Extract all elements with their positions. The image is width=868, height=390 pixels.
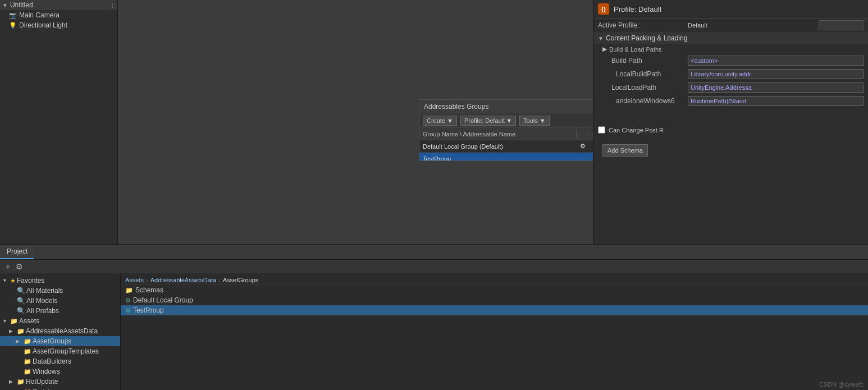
hierarchy-untitled-label: Untitled (10, 1, 33, 9)
project-tab[interactable]: Project (0, 245, 34, 259)
asset-groups-arrow: ▶ (16, 338, 22, 344)
addressables-toolbar: Create ▼ Profile: Default ▼ Tools ▼ Play… (419, 113, 593, 128)
tree-favorites[interactable]: ▼ ★ Favorites (0, 276, 120, 286)
build-path-field: Build Path <custom> (593, 54, 868, 67)
tree-all-prefabs[interactable]: 🔍 All Prefabs (0, 306, 120, 316)
center-area: Addressables Groups ⋮ ⧉ ✕ Create ▼ Profi… (118, 0, 593, 244)
standalone-field: andeloneWindows6 RuntimePath)/Stand (593, 94, 868, 108)
tree-all-materials[interactable]: 🔍 All Materials (0, 286, 120, 296)
col-path: Path (589, 130, 593, 139)
tree-script[interactable]: 📁 Script (0, 387, 120, 390)
script-folder-icon: 📁 (24, 388, 31, 391)
project-toolbar: + ⚙ (0, 260, 868, 273)
project-content: ▼ ★ Favorites 🔍 All Materials 🔍 All Mode… (0, 273, 868, 390)
create-button[interactable]: Create ▼ (423, 116, 457, 126)
tree-asset-group-templates[interactable]: 📁 AssetGroupTemplates (0, 346, 120, 356)
inspector-icon: {} (598, 3, 609, 15)
project-panel: Project + ⚙ ▼ ★ Favorites 🔍 All Materia (0, 245, 868, 390)
active-profile-field: Active Profile: Default (593, 19, 868, 32)
section-arrow-icon: ▼ (598, 35, 604, 42)
favorites-star-icon: ★ (10, 277, 16, 285)
assets-label: Assets (19, 317, 39, 325)
default-local-group-label: Default Local Group (133, 296, 193, 304)
templates-label: AssetGroupTemplates (33, 347, 99, 355)
build-load-paths-label: Build & Load Paths (609, 46, 662, 53)
watermark: CSDN @sywefc (819, 381, 864, 388)
addressable-label: AddressableAssetsData (26, 327, 98, 335)
bottom-area: Project + ⚙ ▼ ★ Favorites 🔍 All Materia (0, 244, 868, 390)
project-settings-button[interactable]: ⚙ (15, 262, 24, 271)
tree-hotupdate[interactable]: ▶ 📁 HotUpdate (0, 377, 120, 387)
addressable-folder-icon: 📁 (17, 328, 25, 335)
local-load-path-field: LocalLoadPath UnityEngine.Addressa (593, 81, 868, 94)
breadcrumb-sep1: › (146, 277, 148, 283)
tree-data-builders[interactable]: 📁 DataBuilders (0, 356, 120, 366)
file-schemas[interactable]: 📁 Schemas (121, 285, 868, 295)
testrroup-asset-icon: ⚙ (125, 307, 131, 314)
search-icon-prefabs: 🔍 (17, 307, 25, 315)
tree-all-models[interactable]: 🔍 All Models (0, 296, 120, 306)
row-test-path (589, 158, 593, 160)
can-change-post-checkbox[interactable] (598, 126, 605, 134)
add-asset-button[interactable]: + (4, 262, 11, 271)
build-path-custom-value[interactable]: <custom> (688, 56, 864, 66)
hierarchy-menu-icon[interactable]: ⋮ (109, 2, 115, 8)
tools-button[interactable]: Tools ▼ (519, 116, 550, 126)
all-materials-label: All Materials (26, 287, 63, 295)
standalone-value[interactable]: RuntimePath)/Stand (688, 96, 864, 106)
inspector-content: Active Profile: Default ▼ Content Packin… (593, 19, 868, 244)
addressables-table: Group Name \ Addressable Name Path Label… (419, 128, 593, 160)
light-icon: 💡 (9, 22, 17, 29)
all-models-label: All Models (26, 297, 57, 305)
local-load-path-value[interactable]: UnityEngine.Addressa (688, 82, 864, 93)
schemas-folder-icon: 📁 (125, 287, 133, 294)
content-packing-label: Content Packing & Loading (606, 34, 687, 42)
tree-assets[interactable]: ▼ 📁 Assets (0, 316, 120, 326)
local-build-path-label: LocalBuildPath (598, 70, 688, 78)
project-tree: ▼ ★ Favorites 🔍 All Materials 🔍 All Mode… (0, 273, 121, 390)
table-row-testrroup[interactable]: TestRroup (419, 153, 593, 160)
file-testrroup[interactable]: ⚙ TestRroup (121, 305, 868, 315)
tree-windows[interactable]: 📁 Windows (0, 366, 120, 377)
col-group-name: Group Name \ Addressable Name (419, 130, 577, 139)
profile-dropdown-icon: ▼ (506, 117, 512, 124)
local-build-path-value[interactable]: Library/com.unity.addr (688, 69, 864, 79)
add-schema-button[interactable]: Add Schema (602, 144, 648, 157)
local-build-path-field: LocalBuildPath Library/com.unity.addr (593, 67, 868, 81)
breadcrumb-sep2: › (218, 277, 221, 283)
top-area: ▼ Untitled ⋮ 📷 Main Camera 💡 Directional… (0, 0, 868, 244)
breadcrumb: Assets › AddressableAssetsData › AssetGr… (121, 276, 868, 285)
col-icon (577, 133, 589, 135)
hotupdate-label: HotUpdate (26, 378, 58, 386)
build-load-paths-subsection[interactable]: ▶ Build & Load Paths (593, 44, 868, 54)
windows-folder-icon: 📁 (24, 368, 31, 375)
tree-addressable-assets-data[interactable]: ▶ 📁 AddressableAssetsData (0, 326, 120, 336)
breadcrumb-addressable[interactable]: AddressableAssetsData (150, 277, 216, 283)
project-files: Assets › AddressableAssetsData › AssetGr… (121, 273, 868, 390)
tree-asset-groups[interactable]: ▶ 📁 AssetGroups (0, 336, 120, 346)
inspector-title: Profile: Default (614, 5, 661, 13)
breadcrumb-assets[interactable]: Assets (125, 277, 144, 283)
inspector-header: {} Profile: Default (593, 0, 868, 19)
content-packing-section[interactable]: ▼ Content Packing & Loading (593, 32, 868, 44)
hierarchy-main-camera-label: Main Camera (19, 11, 60, 19)
hierarchy-item-main-camera[interactable]: 📷 Main Camera (0, 10, 117, 20)
file-default-local-group[interactable]: ⚙ Default Local Group (121, 295, 868, 305)
profile-select[interactable]: Profile: Default ▼ (460, 116, 516, 126)
local-load-path-label: LocalLoadPath (598, 84, 688, 91)
inspector-panel: {} Profile: Default Active Profile: Defa… (593, 0, 868, 244)
addressables-titlebar: Addressables Groups ⋮ ⧉ ✕ (419, 100, 593, 113)
can-change-post-row: Can Change Post R (593, 125, 868, 135)
builders-label: DataBuilders (33, 357, 71, 365)
hotupdate-folder-icon: 📁 (17, 378, 25, 386)
hierarchy-item-untitled[interactable]: ▼ Untitled ⋮ (0, 0, 117, 10)
asset-groups-folder-icon: 📁 (24, 338, 31, 345)
addressable-arrow: ▶ (9, 328, 16, 334)
templates-folder-icon: 📁 (24, 348, 31, 355)
hierarchy-item-directional-light[interactable]: 💡 Directional Light (0, 20, 117, 30)
active-profile-input (819, 20, 864, 30)
standalone-label: andeloneWindows6 (598, 97, 688, 105)
search-icon-models: 🔍 (17, 297, 25, 305)
camera-icon: 📷 (9, 12, 17, 19)
table-row-default-local[interactable]: Default Local Group (Default) ⚙ (419, 140, 593, 153)
